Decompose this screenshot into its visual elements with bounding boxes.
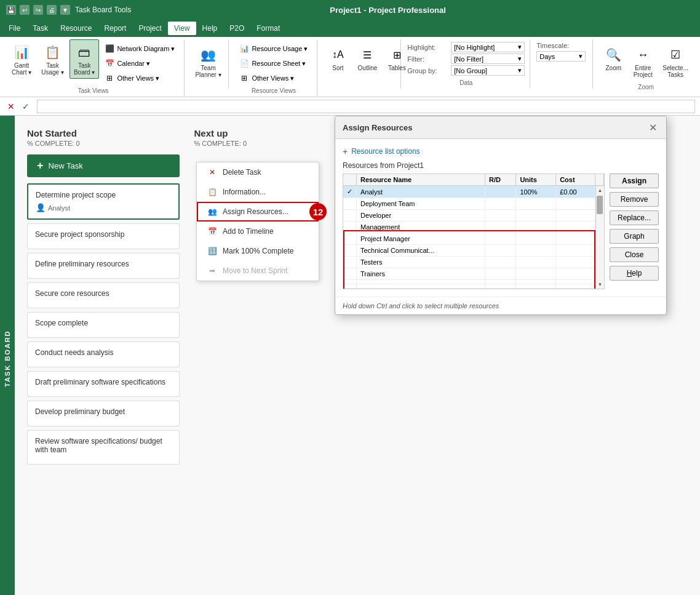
other-views-resource-icon: ⊞ xyxy=(239,73,249,83)
scroll-thumb[interactable] xyxy=(597,196,603,214)
menu-p2o[interactable]: P2O xyxy=(223,22,250,35)
assign-resources-icon: 👥 xyxy=(207,206,218,217)
remove-btn[interactable]: Remove xyxy=(610,192,659,207)
highlight-dropdown[interactable]: [No Highlight]▾ xyxy=(451,42,525,52)
calendar-btn[interactable]: 📅 Calendar ▾ xyxy=(100,57,179,70)
outline-btn[interactable]: ☰ Outline xyxy=(353,42,381,74)
information-label: Information... xyxy=(223,188,266,196)
task-card-secure-core[interactable]: Secure core resources xyxy=(27,282,180,308)
other-views-resource-btn[interactable]: ⊞ Other Views ▾ xyxy=(235,71,312,85)
other-views-task-btn[interactable]: ⊞ Other Views ▾ xyxy=(100,71,179,85)
zoom-btn[interactable]: 🔍 Zoom xyxy=(599,42,627,74)
filter-dropdown[interactable]: [No Filter]▾ xyxy=(451,54,525,64)
col-rd: R/D xyxy=(485,174,516,186)
cancel-btn[interactable]: ✕ xyxy=(5,100,17,113)
menu-file[interactable]: File xyxy=(2,22,26,35)
dialog-close-btn[interactable]: ✕ xyxy=(646,121,659,134)
task-card-needs-analysis[interactable]: Conduct needs analysis xyxy=(27,341,180,367)
menu-resource[interactable]: Resource xyxy=(54,22,98,35)
menu-view[interactable]: View xyxy=(168,22,196,35)
context-information[interactable]: 📋 Information... xyxy=(197,182,319,202)
team-planner-btn[interactable]: 👥 TeamPlanner ▾ xyxy=(191,42,225,81)
resource-sheet-btn[interactable]: 📄 Resource Sheet ▾ xyxy=(235,57,312,70)
selected-tasks-btn[interactable]: ☑ Selecte...Tasks xyxy=(658,42,693,81)
check-project-manager xyxy=(343,233,357,245)
check-analyst: ✓ xyxy=(343,186,357,198)
resource-list-options[interactable]: + Resource list options xyxy=(343,146,659,156)
app-title: Project1 - Project Professional xyxy=(330,6,446,15)
help-btn[interactable]: Help xyxy=(610,266,659,281)
menu-bar: File Task Resource Report Project View H… xyxy=(0,20,700,37)
context-mark-complete[interactable]: 🔢 Mark 100% Complete xyxy=(197,241,319,261)
table-row-analyst[interactable]: ✓ Analyst 100% £0.00 xyxy=(343,186,603,198)
network-diagram-icon: ⬛ xyxy=(105,44,114,54)
new-task-button[interactable]: + New Task xyxy=(27,154,180,177)
units-technical-comm xyxy=(516,245,556,257)
task-card-develop-budget[interactable]: Develop preliminary budget xyxy=(27,401,180,426)
menu-help[interactable]: Help xyxy=(196,22,224,35)
task-card-define-resources[interactable]: Define preliminary resources xyxy=(27,253,180,279)
scroll-down-arrow[interactable]: ▼ xyxy=(598,282,603,287)
task-board-sidebar-label: TASK BOARD xyxy=(0,116,15,595)
sort-btn[interactable]: ↕A Sort xyxy=(324,42,352,74)
table-row-technical-comm[interactable]: Technical Communicat... xyxy=(343,245,603,257)
customize-icon[interactable]: ▼ xyxy=(60,5,70,15)
task-usage-btn[interactable]: 📋 TaskUsage ▾ xyxy=(37,39,68,79)
graph-btn[interactable]: Graph xyxy=(610,229,659,244)
task-card-title-secure-core: Secure core resources xyxy=(35,289,172,298)
close-btn[interactable]: Close xyxy=(610,247,659,262)
undo-icon[interactable]: ↩ xyxy=(20,5,30,15)
scroll-up-arrow[interactable]: ▲ xyxy=(598,188,603,193)
menu-task[interactable]: Task xyxy=(26,22,54,35)
table-row-empty2 xyxy=(343,284,603,289)
entire-project-btn[interactable]: ↔ EntireProject xyxy=(629,42,657,81)
table-row-developer[interactable]: Developer xyxy=(343,210,603,222)
task-card-secure-sponsorship[interactable]: Secure project sponsorship xyxy=(27,223,180,249)
formula-input[interactable] xyxy=(37,100,695,113)
menu-project[interactable]: Project xyxy=(132,22,167,35)
task-board-btn[interactable]: 🗃 TaskBoard ▾ xyxy=(70,39,99,79)
task-card-title-determine-scope: Determine project scope xyxy=(36,191,171,199)
menu-format[interactable]: Format xyxy=(250,22,286,35)
task-card-draft-specs[interactable]: Draft preliminary software specification… xyxy=(27,371,180,397)
column-not-started-title: Not Started xyxy=(27,128,180,138)
table-row-deployment[interactable]: Deployment Team xyxy=(343,198,603,210)
print-icon[interactable]: 🖨 xyxy=(47,5,57,15)
resource-usage-label: Resource Usage ▾ xyxy=(252,45,308,53)
dialog-titlebar: Assign Resources ✕ xyxy=(335,116,666,139)
assign-btn[interactable]: Assign xyxy=(610,174,659,188)
task-card-scope-complete[interactable]: Scope complete xyxy=(27,312,180,338)
task-card-review-specs[interactable]: Review software specifications/ budget w… xyxy=(27,430,180,465)
selected-tasks-label: Selecte...Tasks xyxy=(662,65,688,78)
table-row-management[interactable]: Management xyxy=(343,222,603,233)
tools-label: Task Board Tools xyxy=(75,6,131,14)
rd-technical-comm xyxy=(485,245,516,257)
context-delete[interactable]: ✕ Delete Task xyxy=(197,162,319,182)
ribbon-group-team-planner: 👥 TeamPlanner ▾ xyxy=(186,39,229,89)
group-label: Group by: xyxy=(407,67,447,74)
table-row-trainers[interactable]: Trainers xyxy=(343,268,603,280)
gantt-chart-btn[interactable]: 📊 GanttChart ▾ xyxy=(7,39,36,79)
timescale-dropdown[interactable]: Days▾ xyxy=(536,51,586,62)
group-dropdown[interactable]: [No Group]▾ xyxy=(451,65,525,76)
scrollbar-vertical[interactable]: ▲ ▼ xyxy=(595,186,604,289)
redo-icon[interactable]: ↪ xyxy=(33,5,43,15)
zoom-group-label: Zoom xyxy=(638,81,654,90)
task-card-determine-scope[interactable]: Determine project scope 👤 Analyst xyxy=(27,183,180,220)
zoom-icon: 🔍 xyxy=(603,45,623,65)
menu-report[interactable]: Report xyxy=(98,22,132,35)
mark-complete-label: Mark 100% Complete xyxy=(223,247,293,255)
table-row-testers[interactable]: Testers xyxy=(343,257,603,268)
name-trainers: Trainers xyxy=(357,268,485,280)
context-assign-resources[interactable]: 👥 Assign Resources... 12 xyxy=(197,202,319,222)
column-next-up-header: Next up % COMPLETE: 0 xyxy=(194,128,347,147)
table-row-project-manager[interactable]: Project Manager xyxy=(343,233,603,245)
replace-btn[interactable]: Replace... xyxy=(610,210,659,225)
units-management xyxy=(516,222,556,233)
dialog-buttons: Assign Remove Replace... Graph Close Hel… xyxy=(610,174,659,289)
network-diagram-btn[interactable]: ⬛ Network Diagram ▾ xyxy=(100,42,179,55)
resource-usage-btn[interactable]: 📊 Resource Usage ▾ xyxy=(235,42,312,55)
confirm-btn[interactable]: ✓ xyxy=(20,100,32,113)
save-icon[interactable]: 💾 xyxy=(6,5,16,15)
context-add-timeline[interactable]: 📅 Add to Timeline xyxy=(197,222,319,241)
